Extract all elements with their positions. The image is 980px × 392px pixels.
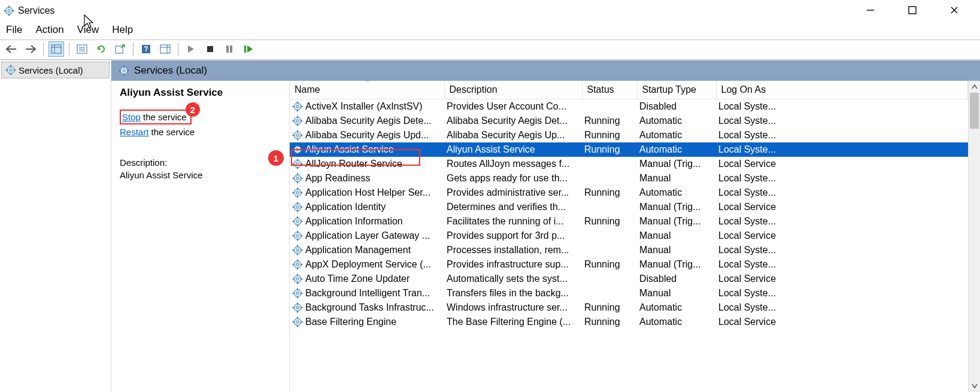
menu-view[interactable]: View xyxy=(77,24,99,36)
right-pane: Services (Local) Aliyun Assist Service S… xyxy=(111,60,980,392)
cell-status xyxy=(582,272,637,286)
gear-icon xyxy=(292,173,303,184)
service-name-label: ActiveX Installer (AxInstSV) xyxy=(305,101,423,112)
table-row[interactable]: Application Layer Gateway ...Provides su… xyxy=(290,229,968,243)
cell-status xyxy=(582,286,637,300)
properties-button[interactable] xyxy=(74,41,90,57)
cell-description: Alibaba Security Aegis Det... xyxy=(444,114,582,128)
svg-rect-20 xyxy=(226,45,229,53)
close-button[interactable] xyxy=(940,6,968,16)
cell-startup: Automatic xyxy=(637,186,716,200)
table-row[interactable]: Alibaba Security Aegis Upd...Alibaba Sec… xyxy=(290,128,968,142)
back-button[interactable] xyxy=(4,41,19,57)
pause-service-button[interactable] xyxy=(222,41,237,57)
detail-selected-name: Aliyun Assist Service xyxy=(120,87,281,99)
cell-description: Alibaba Security Aegis Up... xyxy=(444,128,582,142)
cell-logon: Local Syste... xyxy=(716,114,968,128)
cell-name: Application Management xyxy=(290,243,444,257)
svg-rect-6 xyxy=(51,45,61,53)
scroll-down-button[interactable] xyxy=(969,380,980,392)
tree-item-services-local[interactable]: Services (Local) xyxy=(1,62,110,78)
table-row[interactable]: Aliyun Assist ServiceAliyun Assist Servi… xyxy=(290,142,968,157)
table-row[interactable]: Application ManagementProcesses installa… xyxy=(290,243,968,257)
table-header-row: ⌃Name Description Status Startup Type Lo… xyxy=(290,81,968,99)
service-name-label: Application Management xyxy=(305,245,411,256)
service-name-label: Alibaba Security Aegis Upd... xyxy=(305,130,429,141)
menu-file[interactable]: File xyxy=(6,24,22,36)
table-row[interactable]: Application Host Helper Ser...Provides a… xyxy=(290,186,968,200)
cell-description: The Base Filtering Engine (... xyxy=(444,315,582,329)
export-button[interactable] xyxy=(113,41,128,57)
scrollbar-track[interactable] xyxy=(969,93,980,380)
cell-status: Running xyxy=(582,315,637,329)
start-service-button[interactable] xyxy=(183,41,199,57)
column-header-status[interactable]: Status xyxy=(582,81,637,99)
cell-name: Application Host Helper Ser... xyxy=(290,186,444,200)
menu-action[interactable]: Action xyxy=(35,24,63,36)
cell-name: Application Information xyxy=(290,214,444,229)
cell-description: Transfers files in the backg... xyxy=(444,286,582,300)
svg-rect-16 xyxy=(160,45,170,53)
cell-name: Application Layer Gateway ... xyxy=(290,229,444,243)
svg-rect-22 xyxy=(244,45,246,53)
column-header-logon[interactable]: Log On As xyxy=(716,81,968,99)
cell-name: Aliyun Assist Service xyxy=(290,142,444,157)
annotation-marker-1: 1 xyxy=(268,150,284,166)
table-row[interactable]: Base Filtering EngineThe Base Filtering … xyxy=(290,315,968,329)
table-row[interactable]: Auto Time Zone UpdaterAutomatically sets… xyxy=(290,272,968,286)
table-row[interactable]: Alibaba Security Aegis Dete...Alibaba Se… xyxy=(290,114,968,128)
cell-startup: Automatic xyxy=(637,114,716,128)
cell-logon: Local Syste... xyxy=(716,300,968,315)
cell-logon: Local Service xyxy=(716,272,968,286)
service-name-label: Application Information xyxy=(305,216,403,227)
cell-startup: Manual (Trig... xyxy=(637,214,716,229)
maximize-button[interactable] xyxy=(899,6,926,16)
scrollbar-thumb[interactable] xyxy=(970,93,979,129)
table-row[interactable]: AllJoyn Router ServiceRoutes AllJoyn mes… xyxy=(290,157,968,171)
forward-button[interactable] xyxy=(23,41,38,57)
table-row[interactable]: ActiveX Installer (AxInstSV)Provides Use… xyxy=(290,99,968,114)
show-hide-tree-button[interactable] xyxy=(48,41,64,57)
stop-service-link[interactable]: Stop xyxy=(122,112,141,122)
table-row[interactable]: Application InformationFacilitates the r… xyxy=(290,214,968,229)
table-row[interactable]: Background Tasks Infrastruc...Windows in… xyxy=(290,300,968,315)
help-button[interactable]: ? xyxy=(138,41,154,57)
column-header-description[interactable]: Description xyxy=(444,81,582,99)
cell-status: Running xyxy=(582,114,637,128)
cell-startup: Manual (Trig... xyxy=(637,257,716,272)
cell-status xyxy=(582,99,637,114)
gear-icon xyxy=(292,245,303,256)
gear-icon xyxy=(292,202,303,212)
table-row[interactable]: App ReadinessGets apps ready for use th.… xyxy=(290,171,968,186)
toolbar: ? xyxy=(0,39,980,60)
column-header-startup[interactable]: Startup Type xyxy=(637,81,716,99)
stop-service-button[interactable] xyxy=(202,41,218,57)
table-row[interactable]: Background Intelligent Tran...Transfers … xyxy=(290,286,968,300)
gear-icon xyxy=(292,159,303,169)
cell-name: Application Identity xyxy=(290,200,444,214)
cell-status: Running xyxy=(582,142,637,157)
sort-asc-icon: ⌃ xyxy=(364,81,370,87)
refresh-button[interactable] xyxy=(93,41,109,57)
cell-description: Determines and verifies th... xyxy=(444,200,582,214)
service-name-label: Background Intelligent Tran... xyxy=(305,288,430,299)
table-row[interactable]: AppX Deployment Service (...Provides inf… xyxy=(290,257,968,272)
service-name-label: AllJoyn Router Service xyxy=(305,159,402,169)
cell-startup: Manual xyxy=(637,171,716,186)
scroll-up-button[interactable] xyxy=(969,81,980,93)
vertical-scrollbar[interactable] xyxy=(968,81,980,392)
cell-status: Running xyxy=(582,214,637,229)
cell-description: Processes installation, rem... xyxy=(444,243,582,257)
restart-service-button[interactable] xyxy=(241,41,256,57)
column-header-name[interactable]: ⌃Name xyxy=(290,81,444,99)
action-pane-button[interactable] xyxy=(157,41,173,57)
menu-help[interactable]: Help xyxy=(112,24,133,36)
cell-name: Background Intelligent Tran... xyxy=(290,286,444,300)
pane-header: Services (Local) xyxy=(111,60,980,81)
gear-icon xyxy=(119,65,129,76)
restart-service-link[interactable]: Restart xyxy=(120,127,148,137)
gear-icon xyxy=(5,65,16,75)
minimize-button[interactable] xyxy=(857,6,884,16)
table-row[interactable]: Application IdentityDetermines and verif… xyxy=(290,200,968,214)
cell-description: Facilitates the running of i... xyxy=(444,214,582,229)
